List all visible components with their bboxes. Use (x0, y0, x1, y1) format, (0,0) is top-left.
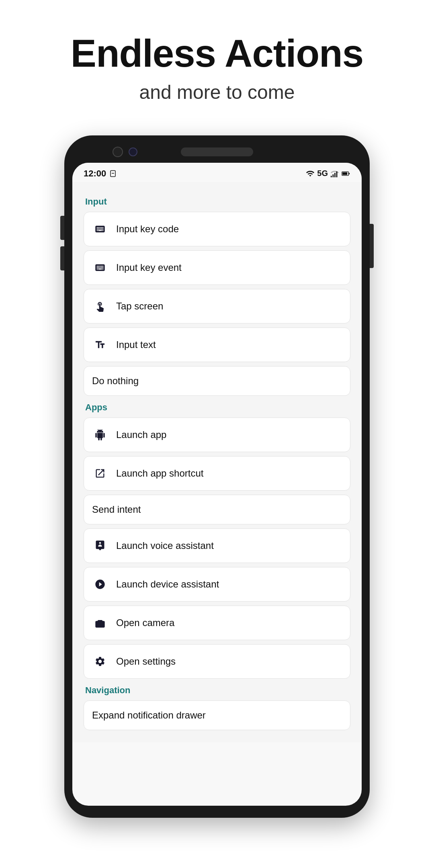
sim-icon (109, 170, 117, 177)
front-camera-right (129, 147, 137, 156)
volume-down-button (60, 246, 64, 270)
section-label-input: Input (84, 197, 350, 207)
action-launch-app-shortcut[interactable]: Launch app shortcut (84, 456, 350, 491)
action-label-launch-app-shortcut: Launch app shortcut (116, 468, 204, 479)
action-send-intent[interactable]: Send intent (84, 495, 350, 524)
action-open-camera[interactable]: Open camera (84, 606, 350, 640)
action-label-launch-device-assistant: Launch device assistant (116, 579, 219, 590)
action-label-do-nothing: Do nothing (92, 375, 139, 387)
keyevent-icon (92, 260, 108, 276)
screen-content: Input Input key code Input key event (72, 182, 362, 742)
svg-rect-2 (333, 174, 334, 177)
wifi-icon (306, 169, 315, 178)
action-input-key-code[interactable]: Input key code (84, 212, 350, 246)
phone-screen: 12:00 5G (72, 163, 362, 806)
action-launch-app[interactable]: Launch app (84, 418, 350, 452)
battery-icon (342, 169, 350, 178)
keycode-icon (92, 221, 108, 237)
action-label-input-text: Input text (116, 339, 156, 350)
phone-speaker (181, 147, 253, 156)
section-label-navigation: Navigation (84, 685, 350, 696)
action-input-text[interactable]: Input text (84, 328, 350, 362)
action-expand-notification-drawer[interactable]: Expand notification drawer (84, 700, 350, 730)
page-title: Endless Actions (71, 32, 363, 75)
action-open-settings[interactable]: Open settings (84, 644, 350, 679)
volume-up-button (60, 216, 64, 240)
page-header: Endless Actions and more to come (47, 0, 387, 119)
action-label-open-settings: Open settings (116, 656, 176, 667)
action-label-input-key-event: Input key event (116, 262, 182, 273)
shortcut-icon (92, 465, 108, 481)
action-label-open-camera: Open camera (116, 617, 174, 628)
touch-icon (92, 298, 108, 314)
action-label-send-intent: Send intent (92, 504, 141, 515)
svg-rect-1 (331, 176, 332, 177)
action-launch-device-assistant[interactable]: Launch device assistant (84, 567, 350, 602)
phone-frame: 12:00 5G (64, 135, 370, 818)
svg-rect-3 (334, 173, 336, 177)
action-input-key-event[interactable]: Input key event (84, 250, 350, 285)
text-icon (92, 337, 108, 353)
status-time: 12:00 (84, 168, 117, 179)
front-camera-left (113, 147, 123, 157)
action-label-input-key-code: Input key code (116, 223, 179, 235)
network-label: 5G (317, 169, 328, 178)
power-button (370, 224, 374, 268)
action-tap-screen[interactable]: Tap screen (84, 289, 350, 323)
camera-icon (92, 615, 108, 631)
status-bar: 12:00 5G (72, 163, 362, 182)
voice-assistant-icon (92, 538, 108, 554)
action-launch-voice-assistant[interactable]: Launch voice assistant (84, 528, 350, 563)
left-side-buttons (60, 216, 64, 270)
section-label-apps: Apps (84, 402, 350, 413)
signal-icon (330, 169, 339, 178)
settings-icon (92, 653, 108, 669)
status-icons: 5G (306, 169, 350, 178)
svg-rect-4 (336, 171, 338, 177)
right-side-buttons (370, 224, 374, 268)
action-label-launch-app: Launch app (116, 429, 166, 440)
device-assistant-icon (92, 576, 108, 592)
action-label-tap-screen: Tap screen (116, 301, 163, 312)
svg-rect-6 (342, 172, 347, 174)
android-icon (92, 427, 108, 443)
action-do-nothing[interactable]: Do nothing (84, 366, 350, 396)
action-label-launch-voice-assistant: Launch voice assistant (116, 540, 214, 551)
phone-top-bar (72, 147, 362, 156)
page-subtitle: and more to come (71, 81, 363, 103)
action-label-expand-notification-drawer: Expand notification drawer (92, 710, 206, 721)
